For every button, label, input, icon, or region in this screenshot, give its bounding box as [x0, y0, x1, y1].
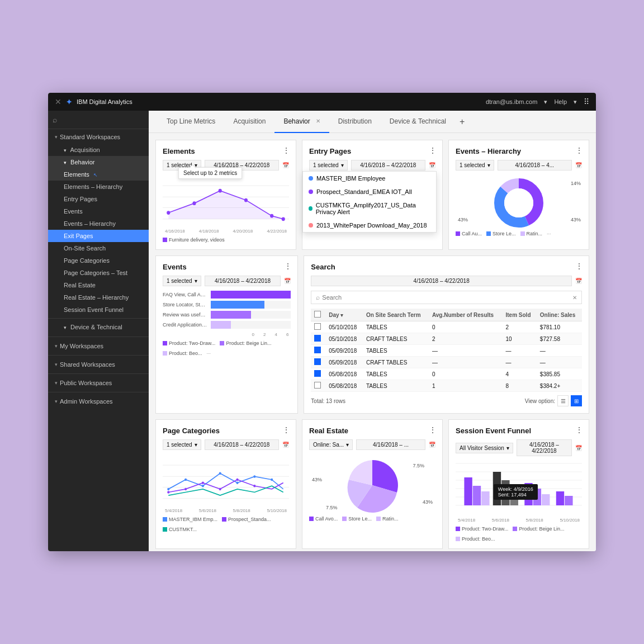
sidebar-item-events[interactable]: Events — [48, 205, 149, 217]
sidebar-item-real-estate-hierarchy[interactable]: Real Estate – Hierarchy — [48, 291, 149, 304]
svg-point-49 — [184, 488, 187, 491]
close-tab-icon[interactable]: ✕ — [316, 118, 320, 124]
row-checkbox-3[interactable] — [314, 358, 321, 365]
calendar-icon[interactable]: 📅 — [282, 162, 289, 168]
behavior-label: Behavior — [70, 159, 94, 165]
session-funnel-legend: Product: Two-Draw... Product: Beige Lin.… — [456, 526, 582, 542]
events-label: Events — [64, 208, 83, 215]
shared-workspaces-header[interactable]: ▾ Shared Workspaces — [48, 358, 149, 371]
sidebar-item-on-site-search[interactable]: On-Site Search — [48, 242, 149, 254]
session-funnel-label: Session Event Funnel — [64, 306, 124, 313]
dropdown-item-3[interactable]: 2013_WhitePaper Download_May_2018 — [303, 219, 436, 232]
sidebar-item-device-technical[interactable]: ▾ Device & Technical — [48, 321, 149, 333]
col-day[interactable]: Day ▾ — [325, 309, 363, 321]
calendar-icon-eh[interactable]: 📅 — [575, 162, 582, 168]
real-estate-menu-icon[interactable]: ⋮ — [429, 425, 437, 434]
row-checkbox-0[interactable] — [314, 323, 321, 330]
sidebar-item-page-categories[interactable]: Page Categories — [48, 254, 149, 267]
calendar-icon-sf[interactable]: 📅 — [575, 445, 582, 451]
row-checkbox-4[interactable] — [314, 370, 321, 377]
real-estate-select[interactable]: Online: Sa... ▾ — [309, 439, 353, 450]
dropdown-item-1[interactable]: Prospect_Standard_EMEA IOT_All — [303, 185, 436, 198]
sidebar-item-session-event-funnel[interactable]: Session Event Funnel — [48, 304, 149, 316]
exit-pages-label: Exit Pages — [64, 233, 93, 239]
bar-track-1 — [211, 301, 291, 309]
chevron-down-icon: ▾ — [195, 278, 197, 284]
elements-menu-icon[interactable]: ⋮ — [282, 146, 290, 155]
dropdown-item-0[interactable]: MASTER_IBM Employee — [303, 172, 436, 185]
page-categories-menu-icon[interactable]: ⋮ — [282, 425, 290, 434]
events-menu-icon[interactable]: ⋮ — [284, 262, 292, 271]
col-avg: Avg.Number of Results — [429, 309, 503, 321]
svg-point-50 — [202, 481, 204, 484]
row-checkbox-2[interactable] — [314, 347, 321, 353]
search-table: Day ▾ On Site Search Term Avg.Number of … — [311, 309, 582, 392]
calendar-icon-pc[interactable]: 📅 — [282, 442, 289, 448]
chevron-down-icon: ▾ — [506, 445, 509, 451]
widgets-grid-top: Elements ⋮ 1 selected ▾ 4/16/2018 – 4/22… — [155, 140, 589, 250]
pie-label-7-5-top: 7.5% — [413, 463, 424, 468]
page-categories-test-label: Page Categories – Test — [64, 269, 127, 276]
events-hierarchy-menu-icon[interactable]: ⋮ — [575, 146, 583, 155]
events-hierarchy-select[interactable]: 1 selected ▾ — [456, 160, 494, 171]
events-select[interactable]: 1 selected ▾ — [163, 276, 201, 286]
search-icon[interactable]: ⌕ — [53, 115, 57, 124]
session-funnel-select[interactable]: All Visitor Session ▾ — [456, 443, 513, 453]
select-all-checkbox[interactable] — [314, 311, 321, 318]
sidebar-item-elements[interactable]: Elements ↖ — [48, 168, 149, 181]
sidebar-item-behavior[interactable]: ▾ Behavior — [48, 156, 149, 168]
legend-call: Call Au... — [456, 231, 482, 236]
more-icon-ev[interactable]: ··· — [207, 351, 211, 356]
sidebar-item-events-hierarchy[interactable]: Events – Hierarchy — [48, 217, 149, 230]
tab-distribution[interactable]: Distribution — [329, 111, 381, 133]
session-funnel-menu-icon[interactable]: ⋮ — [575, 425, 583, 434]
bar-track-3 — [211, 321, 291, 329]
table-footer: Total: 13 rows View option: ☰ ⊞ — [311, 395, 582, 406]
search-input[interactable] — [322, 294, 570, 301]
sidebar-item-entry-pages[interactable]: Entry Pages — [48, 193, 149, 205]
tab-behavior[interactable]: Behavior ✕ — [274, 111, 329, 133]
calendar-icon-re[interactable]: 📅 — [429, 442, 435, 448]
tab-topline[interactable]: Top Line Metrics — [158, 111, 224, 133]
my-workspaces-header[interactable]: ▾ My Workspaces — [48, 339, 149, 353]
row-checkbox-5[interactable] — [314, 382, 321, 389]
help-link[interactable]: Help — [554, 98, 567, 105]
calendar-icon-ev[interactable]: 📅 — [284, 278, 291, 284]
page-categories-select[interactable]: 1 selected ▾ — [163, 439, 201, 450]
grid-view-btn[interactable]: ⊞ — [571, 395, 582, 406]
more-icon[interactable]: ··· — [547, 231, 551, 236]
calendar-icon-ep[interactable]: 📅 — [429, 162, 435, 168]
sidebar-item-page-categories-test[interactable]: Page Categories – Test — [48, 267, 149, 279]
entry-pages-menu-icon[interactable]: ⋮ — [429, 146, 437, 155]
close-icon[interactable]: ✕ — [55, 97, 61, 106]
search-title: Search — [311, 263, 582, 271]
row-checkbox-1[interactable] — [314, 335, 321, 342]
sidebar-item-exit-pages[interactable]: Exit Pages — [48, 230, 149, 242]
sidebar: ⌕ ▾ Standard Workspaces ▾ Acquisition ▾ … — [48, 111, 149, 551]
admin-workspaces-header[interactable]: ▾ Admin Workspaces — [48, 395, 149, 408]
real-estate-hierarchy-label: Real Estate – Hierarchy — [64, 294, 129, 301]
calendar-icon-s[interactable]: 📅 — [575, 278, 582, 284]
list-view-btn[interactable]: ☰ — [557, 395, 569, 406]
standard-workspaces-header[interactable]: ▾ Standard Workspaces — [48, 130, 149, 144]
cursor-icon: ↖ — [93, 172, 98, 178]
dropdown-item-2[interactable]: CUSTMKTG_Amplify2017_US_Data Privacy Ale… — [303, 198, 436, 219]
user-email[interactable]: dtran@us.ibm.com — [486, 98, 537, 105]
elements-legend: Furniture delivery, videos — [163, 237, 289, 243]
sidebar-item-elements-hierarchy[interactable]: Elements – Hierarchy — [48, 181, 149, 193]
search-menu-icon[interactable]: ⋮ — [575, 262, 583, 271]
sidebar-item-acquisition[interactable]: ▾ Acquisition — [48, 144, 149, 156]
tab-device[interactable]: Device & Technical — [381, 111, 455, 133]
legend-pc-1: Prospect_Standa... — [222, 517, 271, 522]
tab-acquisition[interactable]: Acquisition — [224, 111, 274, 133]
public-workspaces-header[interactable]: ▾ Public Workspaces — [48, 376, 149, 390]
entry-pages-select[interactable]: 1 selected ▾ — [309, 160, 348, 171]
chevron-down-icon: ▾ — [544, 98, 547, 106]
separator — [48, 318, 149, 319]
sidebar-item-real-estate[interactable]: Real Estate — [48, 279, 149, 291]
bar-fill-0 — [211, 291, 291, 299]
grid-icon[interactable]: ⠿ — [584, 97, 589, 106]
add-tab-button[interactable]: + — [455, 117, 469, 127]
app-title: IBM Digital Analytics — [77, 98, 132, 105]
close-search-icon[interactable]: ✕ — [572, 295, 577, 301]
